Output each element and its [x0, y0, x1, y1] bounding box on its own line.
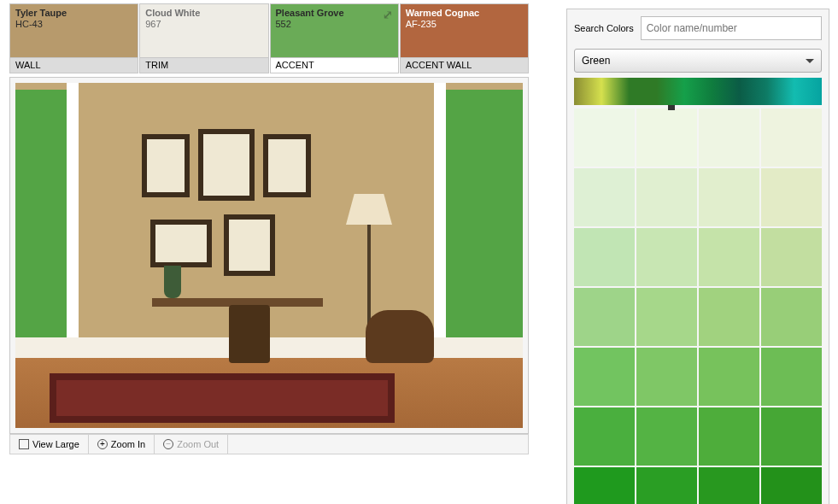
- zoom-in-icon: [97, 439, 108, 449]
- picker-inner: Search Colors Green: [566, 9, 829, 504]
- swatch-color-area: Warmed Cognac AF-235: [401, 4, 528, 57]
- swatch-code: 552: [276, 19, 393, 30]
- wall-frame: [263, 134, 311, 197]
- swatch-role: ACCENT WALL: [401, 57, 528, 73]
- zoom-in-label: Zoom In: [111, 439, 145, 449]
- close-icon[interactable]: ⤢: [383, 8, 393, 21]
- swatch-trim[interactable]: Cloud White 967 TRIM: [139, 3, 268, 73]
- wall-frame: [224, 214, 275, 276]
- palette-cell[interactable]: [574, 407, 635, 466]
- palette-cell[interactable]: [761, 467, 822, 504]
- swatch-color-area: Cloud White 967: [140, 4, 267, 57]
- vase: [164, 266, 181, 298]
- chair: [229, 305, 270, 363]
- search-row: Search Colors: [574, 16, 822, 40]
- palette-cell[interactable]: [699, 228, 759, 286]
- zoom-out-button[interactable]: Zoom Out: [155, 435, 228, 454]
- search-label: Search Colors: [574, 23, 634, 33]
- palette-cell[interactable]: [636, 228, 697, 286]
- palette-cell[interactable]: [699, 108, 759, 167]
- expand-icon: [19, 439, 29, 449]
- palette-cell[interactable]: [574, 288, 635, 346]
- preview-controls: View Large Zoom In Zoom Out: [9, 434, 529, 454]
- palette-cell[interactable]: [636, 108, 697, 167]
- swatch-role: ACCENT: [271, 57, 398, 73]
- palette-cell[interactable]: [574, 467, 635, 504]
- palette-cell[interactable]: [574, 348, 635, 406]
- palette-cell[interactable]: [636, 288, 697, 346]
- window-trim-right: [434, 83, 446, 348]
- room-preview: [9, 77, 529, 434]
- palette-cell[interactable]: [574, 108, 635, 167]
- visualizer-panel: Tyler Taupe HC-43 WALL Cloud White 967 T…: [9, 3, 529, 454]
- zoom-in-button[interactable]: Zoom In: [89, 435, 155, 454]
- palette-cell[interactable]: [699, 348, 759, 406]
- window-trim-left: [67, 83, 79, 348]
- color-picker-panel: Search Colors Green: [566, 9, 829, 504]
- swatch-name: Tyler Taupe: [15, 8, 132, 19]
- swatch-name: Warmed Cognac: [406, 8, 523, 19]
- zoom-out-label: Zoom Out: [177, 439, 219, 449]
- swatch-wall[interactable]: Tyler Taupe HC-43 WALL: [9, 3, 138, 73]
- swatch-color-area: Pleasant Grove 552 ⤢: [271, 4, 398, 57]
- swatch-accent-wall[interactable]: Warmed Cognac AF-235 ACCENT WALL: [400, 3, 529, 73]
- palette-cell[interactable]: [761, 168, 822, 226]
- palette-cell[interactable]: [636, 168, 697, 226]
- palette-cell[interactable]: [636, 348, 697, 406]
- swatch-code: HC-43: [15, 19, 132, 30]
- palette-cell[interactable]: [699, 288, 759, 346]
- hue-strip[interactable]: [574, 78, 822, 105]
- palette-cell[interactable]: [574, 168, 635, 226]
- view-large-button[interactable]: View Large: [10, 435, 89, 454]
- palette-cell[interactable]: [761, 348, 822, 406]
- swatch-accent[interactable]: Pleasant Grove 552 ⤢ ACCENT: [270, 3, 399, 73]
- wall-frame: [142, 134, 190, 197]
- swatch-name: Cloud White: [145, 8, 262, 19]
- palette-grid: [574, 108, 822, 504]
- search-input[interactable]: [641, 16, 822, 40]
- swatch-code: AF-235: [406, 19, 523, 30]
- swatch-code: 967: [145, 19, 262, 30]
- swatch-role: TRIM: [140, 57, 267, 73]
- palette-cell[interactable]: [761, 288, 822, 346]
- color-family-select[interactable]: Green: [574, 49, 822, 73]
- palette-cell[interactable]: [699, 407, 759, 466]
- wall-frame: [150, 220, 212, 267]
- swatch-name: Pleasant Grove: [276, 8, 393, 19]
- wall-frame: [198, 129, 255, 201]
- selected-swatches-row: Tyler Taupe HC-43 WALL Cloud White 967 T…: [9, 3, 529, 73]
- palette-cell[interactable]: [761, 228, 822, 286]
- palette-cell[interactable]: [699, 168, 759, 226]
- palette-cell[interactable]: [761, 108, 822, 167]
- hue-marker: [668, 105, 675, 110]
- palette-cell[interactable]: [636, 407, 697, 466]
- palette-cell[interactable]: [636, 467, 697, 504]
- view-large-label: View Large: [32, 439, 79, 449]
- palette-cell[interactable]: [699, 467, 759, 504]
- zoom-out-icon: [163, 439, 173, 449]
- palette-cell[interactable]: [761, 407, 822, 466]
- swatch-role: WALL: [10, 57, 138, 73]
- palette-cell[interactable]: [574, 228, 635, 286]
- shutter-left: [15, 90, 67, 337]
- select-value: Green: [582, 55, 610, 67]
- rug: [50, 373, 395, 423]
- shutter-right: [446, 90, 523, 337]
- room-scene: [15, 83, 523, 428]
- swatch-color-area: Tyler Taupe HC-43: [10, 4, 138, 57]
- lounge-chair: [366, 310, 434, 363]
